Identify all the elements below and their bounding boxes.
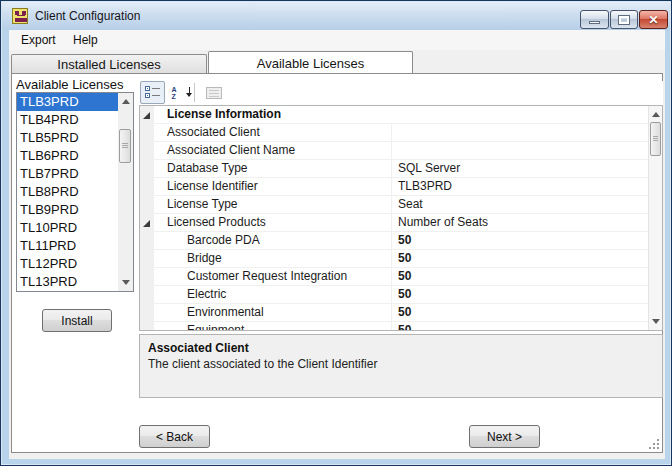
available-licenses-listbox[interactable]: TLB3PRD TLB4PRD TLB5PRD TLB6PRD TLB7PRD …: [16, 92, 134, 292]
scroll-down-icon[interactable]: [122, 280, 130, 285]
list-item[interactable]: TL12PRD: [17, 255, 118, 273]
property-name[interactable]: Bridge: [154, 250, 391, 268]
list-item[interactable]: TL10PRD: [17, 219, 118, 237]
categorized-button[interactable]: [140, 81, 165, 104]
property-name[interactable]: Associated Client: [154, 124, 391, 142]
minimize-icon: [589, 21, 600, 24]
list-item[interactable]: TL13PRD: [17, 273, 118, 291]
tab-installed-licenses[interactable]: Installed Licenses: [11, 54, 207, 73]
property-grid: A Z License Information: [139, 81, 663, 404]
list-item[interactable]: TLB3PRD: [17, 93, 118, 111]
row-gutter: [140, 268, 154, 286]
property-value[interactable]: 50: [391, 232, 649, 250]
property-row[interactable]: Electric 50: [140, 286, 662, 304]
property-row[interactable]: Database Type SQL Server: [140, 160, 662, 178]
sort-alphabetical-button[interactable]: A Z: [166, 81, 191, 104]
row-gutter[interactable]: [140, 214, 154, 232]
property-value[interactable]: SQL Server: [391, 160, 649, 178]
back-button[interactable]: < Back: [139, 425, 210, 448]
list-item[interactable]: TLB9PRD: [17, 201, 118, 219]
maximize-button[interactable]: [610, 10, 638, 29]
tab-page-available-licenses: Available Licenses TLB3PRD TLB4PRD TLB5P…: [11, 73, 663, 453]
maximize-icon: [619, 16, 629, 24]
row-gutter: [140, 178, 154, 196]
property-row[interactable]: License Identifier TLB3PRD: [140, 178, 662, 196]
scroll-down-icon[interactable]: [652, 319, 660, 324]
property-value[interactable]: 50: [391, 322, 649, 331]
property-value[interactable]: [391, 124, 649, 142]
next-button[interactable]: Next >: [469, 425, 540, 448]
menu-help[interactable]: Help: [66, 30, 105, 50]
list-item[interactable]: TLB4PRD: [17, 111, 118, 129]
row-gutter[interactable]: [140, 106, 154, 124]
property-name[interactable]: Database Type: [154, 160, 391, 178]
row-gutter: [140, 196, 154, 214]
property-name[interactable]: Equipment: [154, 322, 391, 331]
window-frame: Client Configuration ✕ Export Help Insta…: [0, 0, 672, 466]
property-value[interactable]: 50: [391, 286, 649, 304]
property-name[interactable]: Barcode PDA: [154, 232, 391, 250]
scrollbar-thumb[interactable]: [650, 122, 661, 156]
tab-available-licenses[interactable]: Available Licenses: [208, 51, 413, 73]
property-pages-button: [201, 81, 226, 104]
row-gutter: [140, 160, 154, 178]
row-gutter: [140, 322, 154, 331]
category-row[interactable]: License Information: [140, 106, 662, 124]
property-value[interactable]: 50: [391, 250, 649, 268]
property-value[interactable]: 50: [391, 304, 649, 322]
org-chart-icon: [12, 8, 28, 24]
collapse-triangle-icon[interactable]: [143, 112, 150, 119]
property-row[interactable]: Bridge 50: [140, 250, 662, 268]
property-name[interactable]: Associated Client Name: [154, 142, 391, 160]
close-button[interactable]: ✕: [639, 10, 668, 29]
property-row[interactable]: Associated Client Name: [140, 142, 662, 160]
thumb-grip-icon: [653, 136, 658, 141]
property-name[interactable]: Environmental: [154, 304, 391, 322]
titlebar[interactable]: Client Configuration ✕: [2, 2, 670, 30]
property-value[interactable]: 50: [391, 268, 649, 286]
category-label: License Information: [154, 106, 649, 124]
available-licenses-label: Available Licenses: [16, 77, 123, 92]
property-row[interactable]: License Type Seat: [140, 196, 662, 214]
menu-export[interactable]: Export: [14, 30, 63, 50]
scroll-up-icon[interactable]: [122, 99, 130, 104]
minimize-button[interactable]: [580, 10, 609, 29]
property-row[interactable]: Barcode PDA 50: [140, 232, 662, 250]
menu-bar: Export Help: [9, 30, 665, 50]
property-value[interactable]: TLB3PRD: [391, 178, 649, 196]
property-pages-icon: [206, 87, 222, 99]
property-grid-body[interactable]: License Information Associated Client As…: [139, 105, 663, 331]
scrollbar-thumb[interactable]: [119, 129, 131, 163]
property-name[interactable]: License Type: [154, 196, 391, 214]
row-gutter: [140, 250, 154, 268]
property-row[interactable]: Customer Request Integration 50: [140, 268, 662, 286]
categorized-icon: [145, 86, 160, 99]
property-grid-toolbar: A Z: [139, 81, 663, 105]
property-name[interactable]: Electric: [154, 286, 391, 304]
row-gutter: [140, 304, 154, 322]
property-name[interactable]: Customer Request Integration: [154, 268, 391, 286]
property-row-licensed-products[interactable]: Licensed Products Number of Seats: [140, 214, 662, 232]
property-value[interactable]: Seat: [391, 196, 649, 214]
list-item[interactable]: TLB6PRD: [17, 147, 118, 165]
property-row[interactable]: Equipment 50: [140, 322, 662, 331]
property-row[interactable]: Associated Client: [140, 124, 662, 142]
collapse-triangle-icon[interactable]: [143, 220, 150, 227]
property-name[interactable]: License Identifier: [154, 178, 391, 196]
scroll-up-icon[interactable]: [652, 112, 660, 117]
list-item[interactable]: TLB7PRD: [17, 165, 118, 183]
property-value[interactable]: Number of Seats: [391, 214, 649, 232]
install-button[interactable]: Install: [42, 309, 112, 332]
row-gutter: [140, 142, 154, 160]
property-row[interactable]: Environmental 50: [140, 304, 662, 322]
grid-scrollbar[interactable]: [648, 106, 662, 330]
list-item[interactable]: TLB8PRD: [17, 183, 118, 201]
property-value[interactable]: [391, 142, 649, 160]
list-item[interactable]: TL11PRD: [17, 237, 118, 255]
resize-grip-icon[interactable]: [649, 439, 659, 449]
listbox-scrollbar[interactable]: [118, 93, 133, 291]
sort-alphabetical-icon: A Z: [172, 86, 186, 100]
sort-letter-z: Z: [172, 93, 176, 100]
list-item[interactable]: TLB5PRD: [17, 129, 118, 147]
property-name[interactable]: Licensed Products: [154, 214, 391, 232]
